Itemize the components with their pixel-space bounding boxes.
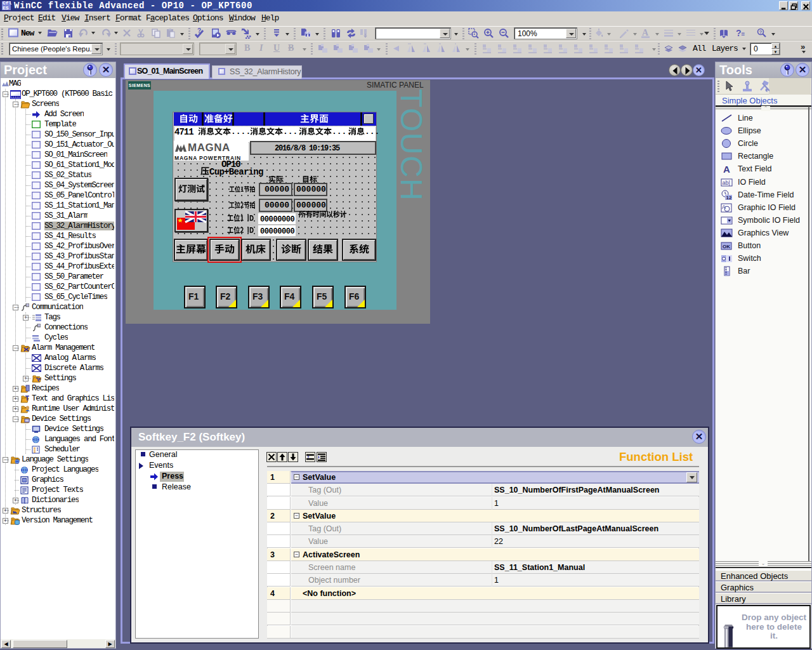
svg-text:A: A	[723, 164, 730, 174]
svg-text:?: ?	[197, 28, 201, 34]
svg-text:OK: OK	[723, 244, 730, 249]
svg-text:ab|: ab|	[723, 180, 730, 186]
svg-text:12: 12	[726, 195, 732, 200]
svg-text:?: ?	[759, 29, 763, 35]
